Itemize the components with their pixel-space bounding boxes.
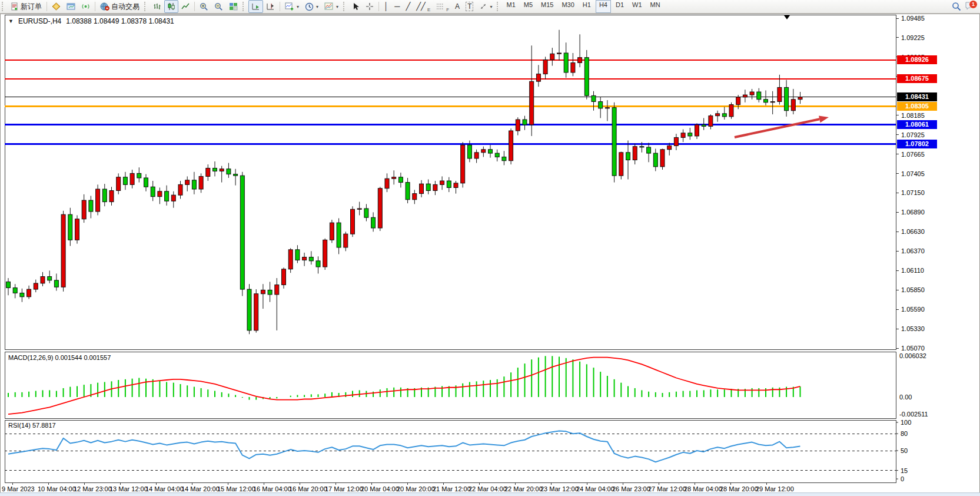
timeframe-M1[interactable]: M1	[503, 0, 519, 13]
horizontal-line-tool[interactable]: ─	[391, 0, 403, 13]
text-icon: A	[455, 2, 460, 11]
candle-body	[474, 153, 479, 158]
level-badge: 1.08926	[897, 55, 937, 64]
rsi-axis-label: 80	[901, 430, 908, 437]
collapse-icon[interactable]: ▼	[8, 18, 14, 24]
candle-body	[20, 293, 24, 296]
zoom-in-button[interactable]	[197, 0, 211, 13]
timeframe-M5[interactable]: M5	[520, 0, 536, 13]
candle-body	[357, 209, 361, 209]
rsi-axis-label: 0	[901, 475, 904, 482]
new-order-icon	[11, 2, 19, 11]
navigator-button[interactable]	[64, 0, 78, 13]
price-tick-label: 1.05590	[901, 306, 925, 313]
crosshair-tool-button[interactable]	[363, 0, 377, 13]
text-tool[interactable]: A	[452, 0, 463, 13]
candlestick-chart-button[interactable]	[164, 0, 178, 13]
chat-button[interactable]: 1	[965, 1, 976, 12]
candle-body	[234, 174, 238, 176]
candle-body	[323, 240, 327, 267]
fibonacci-tool[interactable]: F	[433, 0, 452, 13]
candle-body	[385, 178, 389, 188]
trendline-tool[interactable]: ╱	[403, 0, 413, 13]
candle-body	[530, 81, 534, 125]
templates-caret: ▾	[336, 4, 338, 9]
price-tick-label: 1.06110	[901, 267, 924, 274]
vertical-line-tool[interactable]: │	[381, 0, 391, 13]
candle-body	[695, 125, 699, 136]
candle-body	[626, 153, 630, 160]
timeframe-H1[interactable]: H1	[579, 0, 594, 13]
timeframe-MN[interactable]: MN	[647, 0, 664, 13]
templates-button[interactable]: ▾	[321, 0, 341, 13]
chart-window[interactable]: 1.094851.092251.089651.087051.081851.079…	[0, 13, 980, 496]
time-label: 10 Mar 04:00	[38, 485, 76, 492]
chart-shift-button[interactable]	[263, 0, 278, 13]
line-chart-button[interactable]	[178, 0, 192, 13]
candle-body	[798, 97, 802, 100]
price-tick-label: 1.06630	[901, 228, 925, 235]
arrows-tool[interactable]: ▾	[476, 0, 495, 13]
candle-body	[633, 147, 637, 160]
price-tick-label: 1.09485	[901, 15, 925, 22]
candle-body	[206, 168, 210, 176]
timeframe-M30[interactable]: M30	[558, 0, 577, 13]
candle-body	[295, 250, 300, 260]
zoom-out-button[interactable]	[211, 0, 226, 13]
window-icon	[67, 2, 75, 11]
status-bar	[0, 492, 980, 496]
level-badge: 1.08305	[897, 102, 937, 111]
timeframe-M15[interactable]: M15	[537, 0, 557, 13]
time-label: 23 Mar 12:00	[540, 485, 579, 492]
candle-body	[240, 176, 244, 289]
search-icon[interactable]	[952, 2, 961, 11]
auto-scroll-button[interactable]	[248, 0, 263, 13]
candle-body	[178, 184, 182, 195]
timeframe-H4[interactable]: H4	[596, 0, 611, 13]
periods-button[interactable]: ▾	[302, 0, 321, 13]
candle-body	[282, 269, 286, 285]
autotrading-button[interactable]: 自动交易	[97, 0, 142, 13]
add-indicator-button[interactable]: ▾	[282, 0, 302, 13]
candle-body	[303, 257, 307, 260]
zoom-in-icon	[200, 2, 208, 11]
tile-windows-button[interactable]	[226, 0, 241, 13]
candle-body	[144, 178, 148, 187]
text-label-tool[interactable]: T	[463, 0, 476, 13]
time-label: 29 Mar 12:00	[756, 485, 794, 492]
chart-canvas[interactable]: 1.094851.092251.089651.087051.081851.079…	[0, 14, 980, 496]
channel-icon: ╱╱	[416, 2, 426, 11]
candle-body	[502, 157, 506, 160]
candle-body	[199, 176, 203, 189]
time-label: 20 Mar 04:00	[361, 485, 399, 492]
new-order-button[interactable]: 新订单	[8, 0, 45, 13]
time-label: 14 Mar 20:00	[181, 485, 220, 492]
candle-body	[791, 100, 795, 111]
candle-body	[764, 100, 768, 102]
toolbar-drag-handle[interactable]	[2, 2, 6, 11]
clock-icon	[305, 2, 314, 11]
bar-chart-icon	[153, 2, 161, 11]
time-label: 28 Mar 20:00	[720, 485, 758, 492]
cursor-tool-button[interactable]	[349, 0, 363, 13]
candle-body	[599, 102, 603, 108]
candle-body	[433, 184, 437, 190]
candle-body	[543, 59, 547, 74]
candle-body	[757, 92, 761, 100]
candle-body	[68, 214, 72, 240]
text-label-icon: T	[466, 2, 473, 11]
candle-body	[702, 125, 706, 127]
candle-body	[420, 184, 424, 193]
quotes-button[interactable]	[49, 0, 64, 13]
signals-button[interactable]	[78, 0, 93, 13]
candle-body	[268, 290, 272, 295]
candle-body	[130, 173, 134, 184]
time-label: 22 Mar 04:00	[469, 485, 507, 492]
timeframe-W1[interactable]: W1	[629, 0, 646, 13]
candle-body	[337, 223, 341, 247]
bar-chart-button[interactable]	[150, 0, 164, 13]
autotrading-icon	[100, 2, 109, 11]
autotrading-label: 自动交易	[111, 2, 139, 12]
timeframe-D1[interactable]: D1	[612, 0, 627, 13]
channel-tool[interactable]: ╱╱E	[413, 0, 433, 13]
